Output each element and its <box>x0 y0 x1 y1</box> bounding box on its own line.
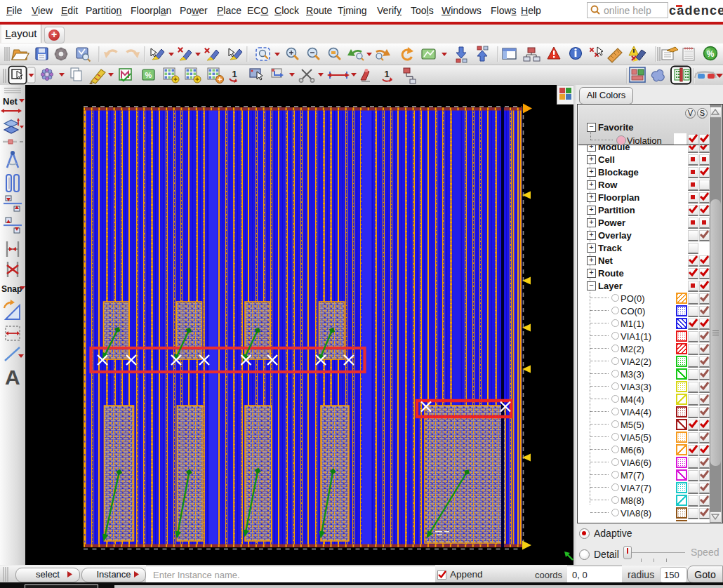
svg-text:1: 1 <box>232 69 237 79</box>
svg-text:%: % <box>145 71 152 79</box>
svg-text:%: % <box>707 49 715 59</box>
svg-text:Net: Net <box>3 96 18 107</box>
svg-text:A: A <box>5 366 20 389</box>
svg-text:1: 1 <box>384 69 389 79</box>
svg-text:Snap: Snap <box>1 284 22 294</box>
